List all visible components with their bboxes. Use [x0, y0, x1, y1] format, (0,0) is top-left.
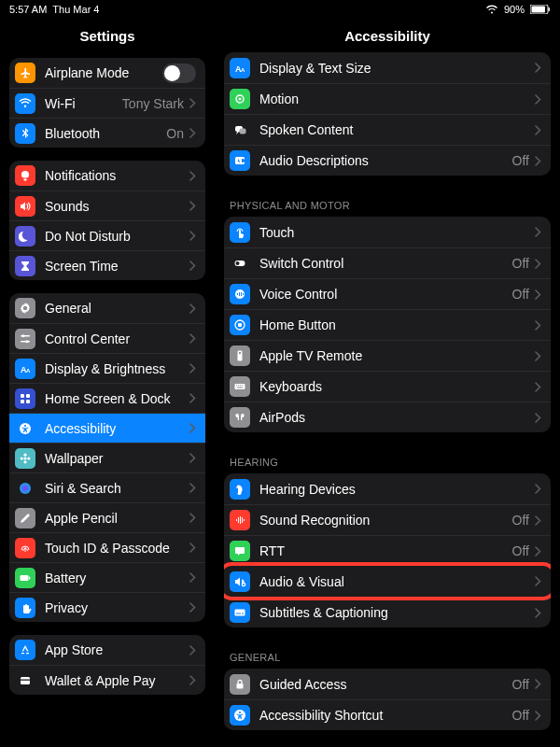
row-screen-time[interactable]: Screen Time: [9, 250, 205, 280]
chevron-right-icon: [189, 645, 196, 655]
label-airpods: AirPods: [259, 410, 535, 425]
siri-icon: [15, 478, 35, 499]
row-siri-search[interactable]: Siri & Search: [9, 472, 205, 502]
bell-icon: [15, 165, 35, 186]
svg-rect-29: [21, 679, 30, 680]
row-audio-descriptions[interactable]: Audio DescriptionsOff: [224, 145, 551, 176]
chevron-right-icon: [189, 572, 196, 583]
chevron-right-icon: [535, 711, 541, 721]
voice-control-value: Off: [512, 287, 529, 302]
svg-point-11: [26, 340, 29, 343]
wifi-icon: [485, 5, 498, 14]
row-privacy[interactable]: Privacy: [9, 592, 205, 622]
row-bluetooth[interactable]: BluetoothOn: [9, 118, 205, 148]
row-battery[interactable]: Battery: [9, 562, 205, 592]
label-touch: Touch: [259, 225, 535, 240]
chevron-right-icon: [189, 675, 196, 685]
row-apple-tv-remote[interactable]: Apple TV Remote: [224, 340, 551, 371]
hand-icon: [15, 598, 35, 618]
chevron-right-icon: [189, 602, 196, 613]
battery-icon: [15, 568, 35, 588]
row-sounds[interactable]: Sounds: [9, 190, 205, 220]
row-voice-control[interactable]: Voice ControlOff: [224, 278, 551, 309]
label-voice-control: Voice Control: [259, 287, 512, 302]
airplane-mode-switch[interactable]: [162, 63, 196, 83]
row-wi-fi[interactable]: Wi-FiTony Stark: [9, 88, 205, 118]
status-bar: 5:57 AM Thu Mar 4 90%: [0, 0, 560, 19]
label-screen-time: Screen Time: [45, 259, 189, 274]
row-airpods[interactable]: AirPods: [224, 402, 551, 432]
svg-rect-27: [29, 576, 30, 579]
row-app-store[interactable]: App Store: [9, 635, 205, 665]
row-airplane-mode[interactable]: Airplane Mode: [9, 58, 205, 88]
row-home-button[interactable]: Home Button: [224, 309, 551, 340]
svg-rect-5: [21, 172, 29, 178]
motion-icon: [230, 89, 250, 109]
chevron-right-icon: [189, 333, 196, 344]
label-audio-visual: Audio & Visual: [259, 574, 535, 589]
row-audio-visual[interactable]: Audio & Visual: [224, 566, 551, 597]
chevron-right-icon: [189, 231, 196, 241]
svg-rect-47: [240, 385, 241, 386]
svg-rect-8: [21, 335, 30, 337]
sidebar[interactable]: Airplane ModeWi-FiTony StarkBluetoothOnN…: [0, 52, 215, 747]
chevron-right-icon: [189, 98, 196, 108]
row-touch[interactable]: Touch: [224, 217, 551, 247]
chevron-right-icon: [535, 94, 541, 105]
svg-point-51: [243, 584, 245, 585]
wifi-icon: [15, 93, 35, 114]
row-keyboards[interactable]: Keyboards: [224, 371, 551, 402]
chevron-right-icon: [535, 484, 541, 494]
row-wallet-apple-pay[interactable]: Wallet & Apple Pay: [9, 665, 205, 695]
sliders-icon: [15, 329, 35, 349]
accessibility-icon: [230, 705, 250, 726]
airplane-icon: [15, 63, 35, 83]
sidebar-group-3: App StoreWallet & Apple Pay: [9, 635, 205, 695]
row-hearing-devices[interactable]: Hearing Devices: [224, 473, 551, 504]
homebtn-icon: [230, 315, 250, 335]
switchctl-icon: [230, 253, 250, 274]
label-apple-tv-remote: Apple TV Remote: [259, 348, 535, 363]
sound-recognition-value: Off: [512, 513, 529, 528]
ad-icon: [230, 150, 250, 171]
label-wallpaper: Wallpaper: [45, 451, 189, 466]
row-motion[interactable]: Motion: [224, 83, 551, 114]
grid-icon: [15, 388, 35, 409]
row-apple-pencil[interactable]: Apple Pencil: [9, 502, 205, 532]
appstore-icon: [15, 640, 35, 660]
label-rtt: RTT: [259, 543, 512, 558]
chevron-right-icon: [535, 608, 541, 618]
row-general[interactable]: General: [9, 293, 205, 323]
svg-rect-15: [26, 394, 30, 398]
row-touch-id-passcode[interactable]: Touch ID & Passcode: [9, 532, 205, 562]
row-sound-recognition[interactable]: Sound RecognitionOff: [224, 504, 551, 535]
svg-point-20: [23, 457, 26, 459]
row-guided-access[interactable]: Guided AccessOff: [224, 669, 551, 699]
row-subtitles-captioning[interactable]: Subtitles & Captioning: [224, 597, 551, 627]
row-display-brightness[interactable]: AADisplay & Brightness: [9, 353, 205, 383]
row-spoken-content[interactable]: Spoken Content: [224, 114, 551, 145]
chevron-right-icon: [535, 63, 541, 73]
label-battery: Battery: [45, 571, 189, 585]
guided-access-value: Off: [512, 677, 529, 692]
row-notifications[interactable]: Notifications: [9, 161, 205, 190]
detail-pane[interactable]: AADisplay & Text SizeMotionSpoken Conten…: [215, 52, 560, 747]
row-do-not-disturb[interactable]: Do Not Disturb: [9, 220, 205, 250]
row-home-screen-dock[interactable]: Home Screen & Dock: [9, 383, 205, 413]
label-airplane-mode: Airplane Mode: [45, 65, 162, 80]
keyboard-icon: [230, 376, 250, 397]
moon-icon: [15, 226, 35, 247]
row-wallpaper[interactable]: Wallpaper: [9, 443, 205, 472]
row-display-text-size[interactable]: AADisplay & Text Size: [224, 52, 551, 83]
row-accessibility[interactable]: Accessibility: [9, 413, 205, 443]
row-accessibility-shortcut[interactable]: Accessibility ShortcutOff: [224, 699, 551, 730]
row-control-center[interactable]: Control Center: [9, 323, 205, 353]
label-control-center: Control Center: [45, 331, 189, 346]
row-rtt[interactable]: RTTOff: [224, 535, 551, 566]
label-subtitles-captioning: Subtitles & Captioning: [259, 605, 535, 620]
svg-rect-1: [532, 7, 546, 13]
row-switch-control[interactable]: Switch ControlOff: [224, 247, 551, 278]
ear-icon: [230, 479, 250, 500]
svg-rect-44: [235, 384, 245, 389]
textsize-icon: AA: [230, 58, 250, 78]
